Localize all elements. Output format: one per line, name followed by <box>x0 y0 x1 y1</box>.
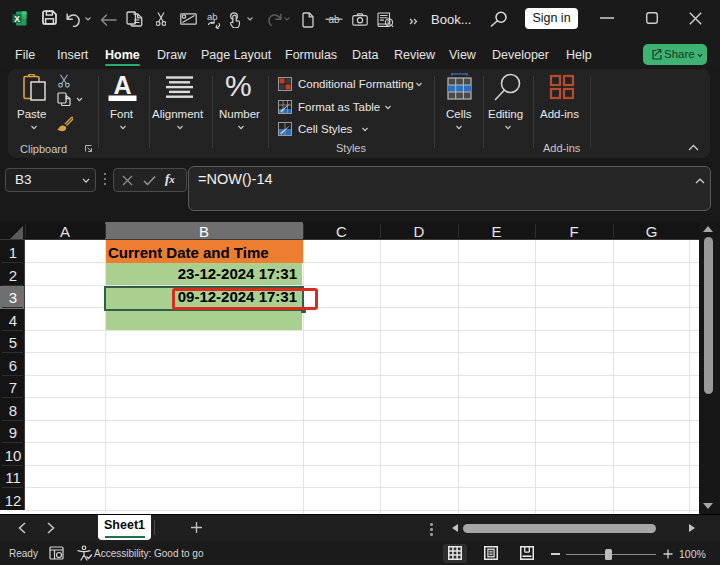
svg-text:ab: ab <box>207 11 218 22</box>
svg-text:A: A <box>113 72 131 99</box>
svg-text:X: X <box>14 14 20 24</box>
